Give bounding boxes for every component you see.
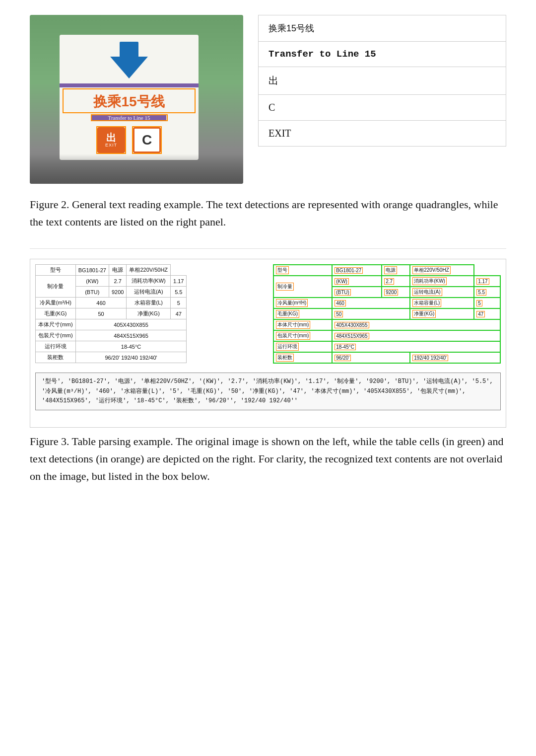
cell: 消耗功率(KW) [410,276,474,287]
cell: 冷风量(m³/H) [36,298,76,308]
table-row-1: 换乘15号线 [259,15,506,42]
table-row: 毛重(KG) 50 净重(KG) 47 [273,308,500,319]
cell: (BTU) [75,287,109,298]
cell: 本体尺寸(mm) [273,319,332,330]
cell: 1.17 [171,276,187,287]
detected-table: 型号 BG1801-27 电源 单相220V/50HZ 制冷量 (KW) 2.7… [273,264,501,364]
table-row-5: EXIT [259,121,506,147]
exit-text: EXIT [105,143,117,148]
table-row: 型号 BG1801-27 电源 单相220V/50HZ [36,265,187,276]
table-row: 制冷量 (KW) 2.7 消耗功率(KW) 1.17 [273,276,500,287]
detection-results-table: 换乘15号线 Transfer to Line 15 出 C EXIT [258,15,506,147]
cell: BG1801-27 [332,265,382,276]
cell: 净重(KG) [127,308,171,319]
cell: 5 [474,298,500,308]
cell: 装柜数 [273,352,332,363]
cell: 冷风量(m³/H) [273,298,332,308]
cell: 47 [474,308,500,319]
output-text-box: '型号', 'BG1801-27', '电源', '单相220V/50HZ', … [35,373,501,410]
figure2-container: 换乘15号线 Transfer to Line 15 出 EXIT [30,15,506,184]
detected-table-container: 型号 BG1801-27 电源 单相220V/50HZ 制冷量 (KW) 2.7… [273,264,501,364]
cell: 460 [332,298,410,308]
cell: 装柜数 [36,352,76,363]
table-row: 本体尺寸(mm) 405X430X855 [36,319,187,330]
cell: 运行环境 [36,341,76,352]
table-row: 冷风量(m³/H) 460 水箱容量(L) 5 [273,298,500,308]
cell: 包装尺寸(mm) [36,330,76,341]
cell: 96/20' [332,352,410,363]
table-row: 包装尺寸(mm) 484X515X965 [36,330,187,341]
table-row: 装柜数 96/20' 192/40 192/40' [36,352,187,363]
table-row-3: 出 [259,67,506,95]
cell: 50 [332,308,410,319]
output-text: '型号', 'BG1801-27', '电源', '单相220V/50HZ', … [42,378,493,404]
original-table: 型号 BG1801-27 电源 单相220V/50HZ 制冷量 (KW) 2.7… [35,264,187,363]
exit-icon: 出 EXIT [97,127,125,153]
cell: 运转电流(A) [410,287,474,298]
cell: 18-45°C [332,341,500,352]
sign-arrow-area [60,35,199,83]
cell: 电源 [109,265,126,276]
table-row: 包装尺寸(mm) 484X515X965 [273,330,500,341]
cell: 460 [75,298,127,308]
table-row-2: Transfer to Line 15 [259,42,506,67]
separator [30,248,506,249]
cell: 毛重(KG) [36,308,76,319]
c-icon: C [133,127,161,153]
figure2-caption: Figure 2. General text reading example. … [30,196,506,230]
original-table-container: 型号 BG1801-27 电源 单相220V/50HZ 制冷量 (KW) 2.7… [35,264,263,363]
table-row: 运行环境 18-45°C [273,341,500,352]
table-row: 毛重(KG) 50 净重(KG) 47 [36,308,187,319]
cell: 50 [75,308,127,319]
cell: 包装尺寸(mm) [273,330,332,341]
detection-3: 出 [259,67,506,95]
table-row: 型号 BG1801-27 电源 单相220V/50HZ [273,265,500,276]
cell: 96/20' 192/40 192/40' [75,352,187,363]
cell: 484X515X965 [332,330,500,341]
cell: 2.7 [382,276,410,287]
table-row: 运行环境 18-45°C [36,341,187,352]
exit-symbol: 出 [106,133,116,143]
cell: 5.5 [474,287,500,298]
table-row: 本体尺寸(mm) 405X430X855 [273,319,500,330]
cell: 水箱容量(L) [410,298,474,308]
detection-1: 换乘15号线 [259,15,506,42]
photo-background: 换乘15号线 Transfer to Line 15 出 EXIT [30,15,243,184]
cell: 电源 [382,265,410,276]
figure3-container: 型号 BG1801-27 电源 单相220V/50HZ 制冷量 (KW) 2.7… [35,264,501,364]
table-row: 制冷量 (KW) 2.7 消耗功率(KW) 1.17 [36,276,187,287]
cell: 5 [171,298,187,308]
cell: 9200 [109,287,126,298]
cell: 制冷量 [273,276,332,298]
detection-2: Transfer to Line 15 [259,42,506,67]
table-row: 冷风量(m³/H) 460 水箱容量(L) 5 [36,298,187,308]
cell: 484X515X965 [75,330,187,341]
cell: 18-45°C [75,341,187,352]
cell: 5.5 [171,287,187,298]
sign-english: Transfer to Line 15 [92,114,166,121]
cell: 192/40 192/40' [410,352,500,363]
cell: 9200 [382,287,410,298]
cell: 运转电流(A) [127,287,171,298]
purple-bar [60,83,199,87]
table-row-4: C [259,95,506,121]
figure3-caption: Figure 3. Table parsing example. The ori… [30,433,506,485]
sign-chinese: 换乘15号线 [64,89,195,112]
sign-board: 换乘15号线 Transfer to Line 15 出 EXIT [60,35,199,160]
cell: 净重(KG) [410,308,474,319]
table-row: 装柜数 96/20' 192/40 192/40' [273,352,500,363]
figure2-photo: 换乘15号线 Transfer to Line 15 出 EXIT [30,15,243,184]
cell: BG1801-27 [75,265,109,276]
cell: (KW) [332,276,382,287]
cell: 型号 [36,265,76,276]
cell: 405X430X855 [75,319,187,330]
cell: 消耗功率(KW) [127,276,171,287]
cell: 47 [171,308,187,319]
cell: 水箱容量(L) [127,298,171,308]
cell: (KW) [75,276,109,287]
figure3-wrapper: 型号 BG1801-27 电源 单相220V/50HZ 制冷量 (KW) 2.7… [30,259,506,428]
cell: 运行环境 [273,341,332,352]
detection-5: EXIT [259,121,506,147]
cell: 型号 [273,265,332,276]
detection-4: C [259,95,506,121]
